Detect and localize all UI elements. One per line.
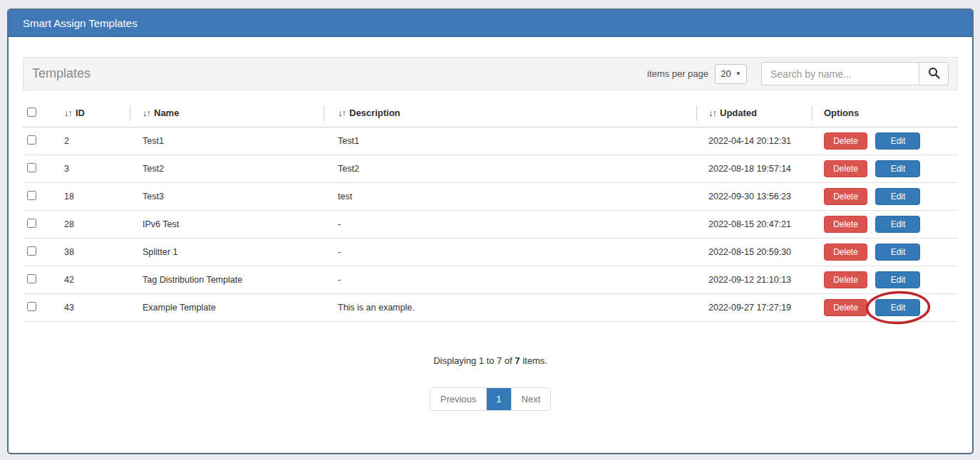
row-name: Tag Distribution Template bbox=[130, 266, 324, 293]
templates-panel-header: Templates items per page 20 ▼ bbox=[23, 57, 958, 90]
card-body: Templates items per page 20 ▼ bbox=[9, 37, 972, 453]
column-header-options: Options bbox=[812, 100, 958, 127]
templates-table: ↓↑ID ↓↑Name ↓↑Description ↓↑Updated Opti… bbox=[23, 100, 958, 322]
row-id: 42 bbox=[62, 266, 130, 293]
column-header-name[interactable]: ↓↑Name bbox=[130, 100, 324, 127]
chevron-down-icon: ▼ bbox=[736, 70, 741, 77]
smart-assign-templates-card: Smart Assign Templates Templates items p… bbox=[7, 9, 974, 454]
panel-controls: items per page 20 ▼ bbox=[647, 62, 949, 85]
edit-button-wrap: Edit bbox=[875, 271, 920, 288]
pagination-wrap: Previous 1 Next bbox=[23, 387, 958, 411]
search-button[interactable] bbox=[919, 62, 949, 85]
delete-button[interactable]: Delete bbox=[824, 132, 867, 150]
row-checkbox[interactable] bbox=[27, 191, 36, 200]
row-description: test bbox=[324, 182, 696, 210]
edit-button[interactable]: Edit bbox=[875, 244, 920, 261]
edit-button[interactable]: Edit bbox=[875, 188, 920, 205]
row-checkbox[interactable] bbox=[27, 246, 36, 256]
edit-button-wrap: Edit bbox=[875, 188, 920, 205]
row-id: 18 bbox=[62, 182, 130, 210]
table-header-row: ↓↑ID ↓↑Name ↓↑Description ↓↑Updated Opti… bbox=[23, 100, 958, 127]
row-updated: 2022-08-18 19:57:14 bbox=[696, 155, 812, 182]
row-name: Example Template bbox=[130, 293, 324, 321]
table-row: 43 Example Template This is an example. … bbox=[23, 293, 958, 321]
row-id: 38 bbox=[62, 238, 130, 266]
pagination: Previous 1 Next bbox=[430, 387, 552, 411]
row-name: Test2 bbox=[130, 155, 324, 182]
table-row: 42 Tag Distribution Template - 2022-09-1… bbox=[23, 266, 958, 293]
sort-icon: ↓↑ bbox=[708, 108, 716, 118]
row-checkbox[interactable] bbox=[27, 274, 36, 283]
row-updated: 2022-08-15 20:47:21 bbox=[696, 210, 812, 238]
column-header-id[interactable]: ↓↑ID bbox=[62, 100, 130, 127]
table-row: 38 Splitter 1 - 2022-08-15 20:59:30 Dele… bbox=[23, 238, 958, 266]
edit-button-wrap: Edit bbox=[875, 299, 920, 316]
row-checkbox[interactable] bbox=[27, 302, 36, 311]
delete-button[interactable]: Delete bbox=[824, 216, 867, 233]
row-description: - bbox=[324, 266, 696, 293]
edit-button[interactable]: Edit bbox=[875, 132, 920, 150]
search-input[interactable] bbox=[761, 62, 919, 85]
edit-button[interactable]: Edit bbox=[875, 216, 920, 233]
edit-button[interactable]: Edit bbox=[875, 271, 920, 288]
delete-button[interactable]: Delete bbox=[824, 299, 867, 316]
row-checkbox[interactable] bbox=[27, 163, 36, 172]
select-all-checkbox[interactable] bbox=[27, 108, 36, 117]
pagination-page-1[interactable]: 1 bbox=[487, 388, 510, 410]
search-icon bbox=[928, 67, 940, 81]
row-description: Test2 bbox=[324, 155, 696, 182]
delete-button[interactable]: Delete bbox=[824, 188, 867, 205]
row-id: 2 bbox=[62, 127, 130, 155]
header-select-all bbox=[23, 100, 62, 127]
sort-icon: ↓↑ bbox=[143, 108, 150, 118]
sort-icon: ↓↑ bbox=[64, 108, 72, 118]
panel-title: Templates bbox=[32, 66, 91, 81]
edit-button-wrap: Edit bbox=[875, 160, 920, 177]
row-updated: 2022-09-12 21:10:13 bbox=[696, 266, 812, 293]
pagination-next[interactable]: Next bbox=[511, 388, 551, 410]
row-name: Test3 bbox=[130, 182, 324, 210]
row-updated: 2022-09-27 17:27:19 bbox=[696, 293, 812, 321]
row-id: 43 bbox=[62, 293, 130, 321]
summary-prefix: Displaying 1 to 7 of bbox=[433, 355, 515, 366]
pagination-previous[interactable]: Previous bbox=[430, 388, 488, 410]
summary-total: 7 bbox=[515, 355, 520, 366]
table-body: 2 Test1 Test1 2022-04-14 20:12:31 Delete… bbox=[23, 127, 958, 321]
table-row: 3 Test2 Test2 2022-08-18 19:57:14 Delete… bbox=[23, 155, 958, 182]
items-per-page-value: 20 bbox=[721, 68, 731, 79]
summary-suffix: items. bbox=[520, 355, 547, 366]
edit-button[interactable]: Edit bbox=[875, 299, 920, 316]
column-header-label: Name bbox=[154, 108, 179, 118]
row-id: 28 bbox=[62, 210, 130, 238]
row-checkbox[interactable] bbox=[27, 135, 36, 145]
row-checkbox[interactable] bbox=[27, 219, 36, 228]
row-name: IPv6 Test bbox=[130, 210, 324, 238]
delete-button[interactable]: Delete bbox=[824, 160, 867, 177]
row-description: This is an example. bbox=[324, 293, 696, 321]
search-group bbox=[761, 62, 949, 85]
column-header-label: Updated bbox=[720, 108, 757, 118]
row-updated: 2022-08-15 20:59:30 bbox=[696, 238, 812, 266]
edit-button-wrap: Edit bbox=[875, 244, 920, 261]
display-summary: Displaying 1 to 7 of 7 items. bbox=[23, 355, 958, 366]
edit-button[interactable]: Edit bbox=[875, 160, 920, 177]
edit-button-wrap: Edit bbox=[875, 132, 920, 150]
edit-button-wrap: Edit bbox=[875, 216, 920, 233]
items-per-page-select[interactable]: 20 ▼ bbox=[715, 64, 747, 84]
row-updated: 2022-04-14 20:12:31 bbox=[696, 127, 812, 155]
table-row: 28 IPv6 Test - 2022-08-15 20:47:21 Delet… bbox=[23, 210, 958, 238]
table-row: 2 Test1 Test1 2022-04-14 20:12:31 Delete… bbox=[23, 127, 958, 155]
sort-icon: ↓↑ bbox=[338, 108, 346, 118]
column-header-description[interactable]: ↓↑Description bbox=[324, 100, 696, 127]
row-description: - bbox=[324, 238, 696, 266]
delete-button[interactable]: Delete bbox=[824, 244, 867, 261]
row-name: Test1 bbox=[130, 127, 324, 155]
delete-button[interactable]: Delete bbox=[824, 271, 867, 288]
page-title: Smart Assign Templates bbox=[9, 10, 972, 37]
column-header-label: Description bbox=[349, 108, 401, 118]
table-row: 18 Test3 test 2022-09-30 13:56:23 Delete… bbox=[23, 182, 958, 210]
row-name: Splitter 1 bbox=[130, 238, 324, 266]
row-id: 3 bbox=[62, 155, 130, 182]
column-header-updated[interactable]: ↓↑Updated bbox=[696, 100, 812, 127]
column-header-label: Options bbox=[824, 108, 859, 118]
